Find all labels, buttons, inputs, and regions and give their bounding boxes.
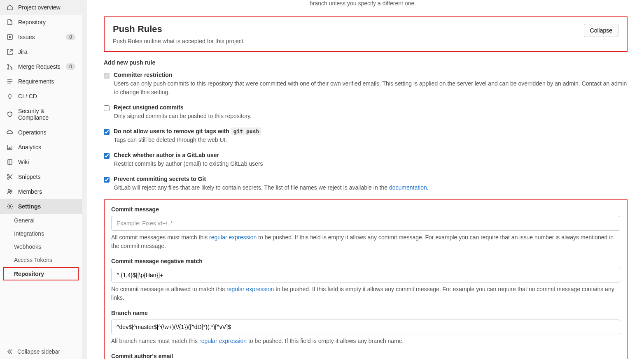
author-gitlab-label: Check whether author is a GitLab user — [114, 152, 628, 158]
sidebar-item-label: Members — [18, 188, 75, 195]
collapse-push-rules-button[interactable]: Collapse — [584, 24, 618, 37]
reject-unsigned-desc: Only signed commits can be pushed to thi… — [114, 112, 628, 120]
reject-unsigned-checkbox[interactable] — [104, 105, 110, 111]
committer-restriction-label: Committer restriction — [114, 72, 628, 78]
svg-point-4 — [11, 68, 12, 69]
sidebar-item-label: Wiki — [18, 159, 75, 165]
svg-point-6 — [7, 174, 9, 176]
sidebar-item-label: Repository — [18, 19, 75, 25]
sidebar-item-jira[interactable]: Jira — [0, 44, 82, 59]
svg-rect-5 — [8, 160, 12, 164]
sidebar-item-label: CI / CD — [18, 93, 75, 100]
sidebar-item-issues[interactable]: Issues 0 — [0, 30, 82, 44]
chart-icon — [7, 144, 13, 151]
push-rules-subtitle: Push Rules outline what is accepted for … — [113, 38, 245, 44]
author-gitlab-desc: Restrict commits by author (email) to ex… — [114, 160, 628, 168]
issues-badge: 0 — [66, 34, 75, 40]
commit-message-neg-field-group: Commit message negative match No commit … — [111, 258, 620, 302]
branch-name-input[interactable] — [111, 320, 620, 334]
sidebar-item-label: Operations — [18, 129, 75, 136]
settings-sub-repository[interactable]: Repository — [3, 267, 79, 280]
reject-unsigned-label: Reject unsigned commits — [114, 104, 628, 111]
sidebar-item-label: Security & Compliance — [18, 108, 75, 121]
truncated-previous-text: branch unless you specify a different on… — [310, 0, 628, 7]
commit-message-label: Commit message — [111, 206, 620, 213]
push-rules-header: Push Rules Push Rules outline what is ac… — [104, 16, 628, 52]
list-icon — [7, 78, 13, 85]
members-icon — [7, 188, 13, 195]
commit-message-neg-label: Commit message negative match — [111, 258, 620, 264]
commit-message-input[interactable] — [111, 216, 620, 231]
push-rules-title: Push Rules — [113, 24, 245, 35]
sidebar-item-analytics[interactable]: Analytics — [0, 140, 82, 155]
home-icon — [7, 4, 13, 11]
settings-sub-general[interactable]: General — [0, 214, 82, 227]
sidebar-item-repository[interactable]: Repository — [0, 15, 82, 30]
regex-link[interactable]: regular expression — [209, 234, 257, 241]
svg-point-9 — [10, 190, 12, 192]
prevent-secrets-label: Prevent committing secrets to Git — [114, 176, 628, 182]
external-link-icon — [7, 49, 13, 55]
reject-unsigned-row: Reject unsigned commits Only signed comm… — [104, 104, 628, 120]
merge-icon — [7, 63, 13, 70]
sidebar-item-settings[interactable]: Settings — [0, 199, 82, 214]
regex-link[interactable]: regular expression — [199, 338, 247, 344]
svg-point-3 — [8, 68, 9, 69]
chevron-double-left-icon — [7, 348, 13, 355]
sidebar-item-wiki[interactable]: Wiki — [0, 155, 82, 169]
svg-point-2 — [8, 64, 9, 65]
branch-name-field-group: Branch name All branch names must match … — [111, 310, 620, 345]
sidebar-item-label: Requirements — [18, 78, 75, 85]
commit-message-neg-help: No commit message is allowed to match th… — [111, 285, 620, 302]
git-push-code: git push — [231, 127, 262, 135]
sidebar-item-security[interactable]: Security & Compliance — [0, 104, 82, 125]
shield-icon — [7, 111, 13, 118]
svg-point-8 — [8, 190, 10, 192]
regex-fields-box: Commit message All commit messages must … — [104, 199, 628, 359]
issues-icon — [7, 34, 13, 40]
sidebar-item-project-overview[interactable]: Project overview — [0, 0, 82, 15]
sidebar-item-operations[interactable]: Operations — [0, 125, 82, 140]
branch-name-help: All branch names must match this regular… — [111, 337, 620, 345]
svg-point-1 — [9, 37, 11, 38]
cloud-icon — [7, 129, 13, 136]
collapse-sidebar-button[interactable]: Collapse sidebar — [0, 344, 82, 359]
file-icon — [7, 19, 13, 25]
committer-restriction-row: Committer restriction Users can only pus… — [104, 72, 628, 97]
scissors-icon — [7, 174, 13, 180]
settings-sub-webhooks[interactable]: Webhooks — [0, 240, 82, 253]
branch-name-label: Branch name — [111, 310, 620, 316]
regex-link[interactable]: regular expression — [226, 286, 274, 292]
sidebar-item-requirements[interactable]: Requirements — [0, 74, 82, 89]
prevent-secrets-checkbox[interactable] — [104, 177, 110, 183]
sidebar-item-cicd[interactable]: CI / CD — [0, 89, 82, 104]
prevent-secrets-row: Prevent committing secrets to Git GitLab… — [104, 176, 628, 192]
commit-message-neg-input[interactable] — [111, 268, 620, 283]
git-tags-checkbox[interactable] — [104, 129, 110, 135]
git-tags-row: Do not allow users to remove git tags wi… — [104, 128, 628, 144]
author-gitlab-row: Check whether author is a GitLab user Re… — [104, 152, 628, 168]
svg-point-7 — [7, 178, 9, 179]
sidebar-item-merge-requests[interactable]: Merge Requests 0 — [0, 59, 82, 74]
commit-message-help: All commit messages must match this regu… — [111, 233, 620, 250]
mr-badge: 0 — [66, 63, 75, 70]
gear-icon — [7, 203, 13, 210]
sidebar-item-label: Jira — [18, 49, 75, 55]
sidebar-item-label: Snippets — [18, 174, 75, 180]
settings-sub-access-tokens[interactable]: Access Tokens — [0, 253, 82, 266]
settings-sub-integrations[interactable]: Integrations — [0, 227, 82, 240]
sidebar-item-members[interactable]: Members — [0, 184, 82, 199]
sidebar-item-label: Analytics — [18, 144, 75, 151]
main-content: branch unless you specify a different on… — [87, 0, 644, 359]
sidebar-item-snippets[interactable]: Snippets — [0, 169, 82, 184]
sidebar-item-label: Project overview — [18, 4, 75, 11]
committer-restriction-checkbox[interactable] — [104, 73, 110, 79]
sidebar-item-label: Merge Requests — [18, 63, 61, 70]
documentation-link[interactable]: documentation — [389, 184, 427, 191]
sidebar-item-label: Issues — [18, 34, 61, 40]
author-gitlab-checkbox[interactable] — [104, 153, 110, 159]
sidebar-scrollbar[interactable] — [82, 0, 87, 359]
svg-point-10 — [9, 206, 11, 207]
commit-message-field-group: Commit message All commit messages must … — [111, 206, 620, 250]
rocket-icon — [7, 93, 13, 100]
